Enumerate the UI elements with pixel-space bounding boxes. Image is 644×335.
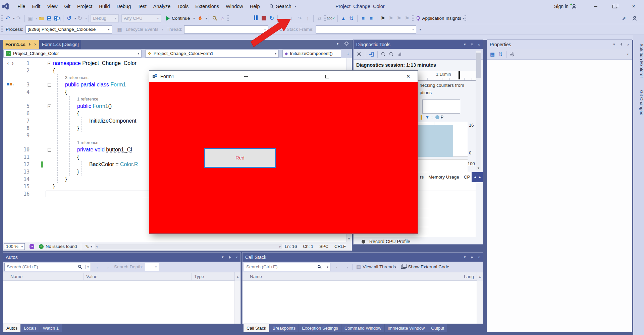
spell-check-button[interactable]: abc✓ xyxy=(327,14,335,22)
toolbar-overflow[interactable] xyxy=(465,15,466,22)
toolbar-overflow[interactable]: ▾ xyxy=(420,28,421,31)
title-search[interactable]: Search ▾ xyxy=(269,4,296,9)
autos-column-headers[interactable]: Name Value Type ▲ xyxy=(3,272,240,281)
column-name[interactable]: Name xyxy=(250,274,262,279)
toolbar-drag-handle[interactable] xyxy=(1,26,3,33)
form1-title-bar[interactable]: Form1 × xyxy=(149,71,418,82)
select-cursor-button[interactable]: ▲ xyxy=(340,14,347,22)
indent-decrease-button[interactable]: ≡ xyxy=(360,14,367,22)
show-next-statement-button[interactable]: → xyxy=(280,14,287,22)
scroll-left-arrow-icon[interactable]: ◂ xyxy=(96,245,98,248)
toolbar-overflow[interactable] xyxy=(227,15,229,22)
code-line[interactable]: { }1−namespace Project_Change_Color xyxy=(3,60,346,67)
call-stack-body-empty[interactable] xyxy=(243,281,483,324)
document-tab[interactable]: Form1.cs× xyxy=(3,40,39,49)
restart-button[interactable]: ↻ xyxy=(268,14,275,22)
search-depth-dropdown[interactable]: ▾ xyxy=(145,263,159,271)
callstack-tab-exception-settings[interactable]: Exception Settings xyxy=(299,324,341,332)
step-out-button[interactable]: ↑ xyxy=(304,14,311,22)
menu-edit[interactable]: Edit xyxy=(29,0,44,13)
step-over-button[interactable]: ↷ xyxy=(296,14,303,22)
categorized-view-icon[interactable]: ▦ xyxy=(489,50,496,58)
column-value[interactable]: Value xyxy=(86,274,98,279)
close-icon[interactable]: × xyxy=(478,43,480,47)
scroll-up-arrow-icon[interactable]: ▲ xyxy=(477,272,483,281)
diagnostics-button[interactable]: ⇄ xyxy=(316,14,323,22)
zoom-level-dropdown[interactable]: 100 %▾ xyxy=(4,243,25,250)
chevron-down-icon[interactable]: ▾ xyxy=(627,53,629,56)
tab-memory-usage[interactable]: Memory Usage xyxy=(428,175,459,180)
menu-git[interactable]: Git xyxy=(61,0,74,13)
scroll-right-arrow-icon[interactable]: ► xyxy=(478,175,482,179)
find-in-files-button[interactable] xyxy=(211,14,218,22)
side-tab-git-changes[interactable]: Git Changes xyxy=(633,84,644,119)
alphabetical-sort-icon[interactable]: ⇅ xyxy=(497,50,504,58)
scroll-left-arrow-icon[interactable]: ◄ xyxy=(474,175,477,179)
close-icon[interactable]: × xyxy=(478,255,480,259)
autos-tab-watch-1[interactable]: Watch 1 xyxy=(40,324,62,332)
fold-collapse-icon[interactable]: − xyxy=(48,105,51,108)
autos-header[interactable]: Autos ▾ × xyxy=(3,253,240,262)
form-maximize-button[interactable] xyxy=(318,71,336,82)
navigate-back-button[interactable]: ↶ xyxy=(4,14,11,22)
pin-icon[interactable] xyxy=(228,255,232,259)
save-button[interactable] xyxy=(46,14,53,22)
callstack-tab-breakpoints[interactable]: Breakpoints xyxy=(270,324,299,332)
scroll-up-arrow-icon[interactable]: ▲ xyxy=(234,272,240,281)
hot-reload-button[interactable] xyxy=(197,14,204,22)
project-dropdown[interactable]: C# Project_Change_Color▾ xyxy=(3,50,142,58)
horizontal-scrollbar[interactable]: ◂▸ xyxy=(95,244,282,249)
pin-icon[interactable] xyxy=(28,43,32,46)
undo-button[interactable]: ↺ xyxy=(65,14,73,22)
fold-collapse-icon[interactable]: − xyxy=(48,83,51,87)
stop-debugging-button[interactable] xyxy=(260,14,267,22)
callstack-tab-output[interactable]: Output xyxy=(428,324,447,332)
format-document-button[interactable]: ⇅ xyxy=(348,14,355,22)
pin-icon[interactable] xyxy=(470,255,474,259)
side-tab-solution-explorer[interactable]: Solution Explorer xyxy=(633,38,644,81)
navigate-forward-button[interactable]: ↷ xyxy=(15,14,22,22)
pin-icon[interactable] xyxy=(619,43,623,47)
chevron-down-icon[interactable]: ▾ xyxy=(464,255,466,259)
diagnostics-scrollbar[interactable]: ▼ xyxy=(476,51,481,171)
toolbar-overflow[interactable] xyxy=(324,15,326,22)
form1-window[interactable]: Form1 × Red xyxy=(149,70,418,234)
document-list-chevron-icon[interactable]: ▾ xyxy=(337,42,338,46)
menu-help[interactable]: Help xyxy=(247,0,263,13)
close-button[interactable]: × xyxy=(626,0,641,13)
clear-bookmarks-button[interactable]: ⚑ xyxy=(404,14,411,22)
chevron-down-icon[interactable]: ▾ xyxy=(464,42,466,47)
menu-window[interactable]: Window xyxy=(222,0,247,13)
scroll-right-arrow-icon[interactable]: ▸ xyxy=(279,245,281,248)
form1-client-area[interactable]: Red xyxy=(149,82,418,233)
type-dropdown[interactable]: ❖ Project_Change_Color.Form1▾ xyxy=(145,50,279,58)
form-minimize-button[interactable] xyxy=(237,71,256,82)
menu-extensions[interactable]: Extensions xyxy=(192,0,222,13)
save-all-button[interactable] xyxy=(54,14,61,22)
chevron-down-icon[interactable]: ▾ xyxy=(91,245,92,248)
indent-increase-button[interactable]: ≡ xyxy=(368,14,375,22)
intellicode-icon[interactable] xyxy=(30,244,34,249)
close-icon[interactable]: × xyxy=(627,43,629,47)
menu-file[interactable]: File xyxy=(14,0,29,13)
search-forward-arrow-icon[interactable]: → xyxy=(344,264,349,270)
editor-options-gear-icon[interactable] xyxy=(344,41,349,46)
zoom-out-icon[interactable] xyxy=(389,52,394,57)
sign-in-button[interactable]: Sign in + xyxy=(554,0,572,13)
diagnostic-tools-header[interactable]: Diagnostic Tools ▾ × xyxy=(354,40,483,49)
properties-grid-empty[interactable] xyxy=(487,60,632,332)
export-icon[interactable] xyxy=(369,52,374,57)
lifecycle-events-label[interactable]: Lifecycle Events xyxy=(126,27,159,32)
continue-button[interactable]: Continue ▾ xyxy=(166,16,195,21)
toolbar-overflow[interactable] xyxy=(412,15,414,22)
tab-counters-fragment[interactable]: rs xyxy=(420,175,424,180)
settings-gear-icon[interactable] xyxy=(357,52,362,57)
new-project-button[interactable]: ▣ xyxy=(27,14,34,22)
search-input[interactable]: Search (Ctrl+E) ▾ xyxy=(244,263,330,271)
step-into-button[interactable]: ↓ xyxy=(288,14,295,22)
search-forward-arrow-icon[interactable]: → xyxy=(104,264,110,270)
stack-frame-dropdown[interactable]: ▾ xyxy=(316,25,416,34)
chevron-down-icon[interactable]: ▾ xyxy=(325,265,330,269)
chevron-down-icon[interactable]: ▾ xyxy=(85,265,91,269)
document-tab[interactable]: Form1.cs [Design] xyxy=(39,40,82,49)
